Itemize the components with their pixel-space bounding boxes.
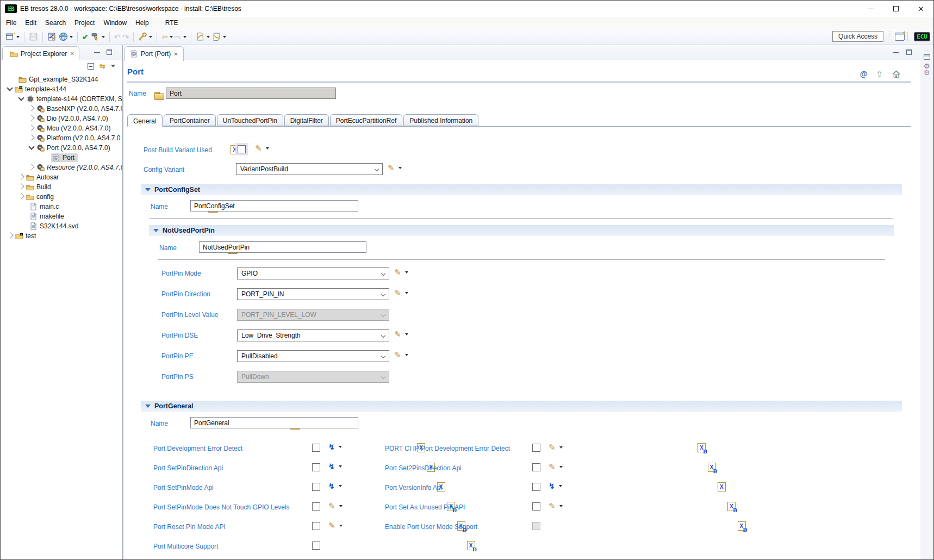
home-icon[interactable] (892, 70, 901, 78)
minimize-button[interactable] (858, 1, 883, 17)
tree-item[interactable]: Port (V2.0.0, AS4.7.0) (29, 143, 110, 153)
tree-item[interactable]: Dio (V2.0.0, AS4.7.0) (29, 114, 108, 123)
undo-icon[interactable]: ↶ (113, 32, 122, 42)
pencil-editor-button[interactable]: ✎ (328, 502, 343, 510)
menu-search[interactable]: Search (41, 17, 70, 28)
option-checkbox[interactable] (312, 444, 320, 452)
tree-item-selected[interactable]: Port (51, 153, 78, 163)
minimize-editor-icon[interactable] (893, 52, 899, 53)
edit-config-icon[interactable] (46, 31, 58, 42)
expander-closed-icon[interactable] (18, 183, 24, 189)
pencil-editor-button[interactable]: ✎ (549, 463, 563, 471)
last-edit-icon[interactable] (195, 31, 211, 42)
attributes-icon[interactable]: @ (860, 70, 868, 78)
tree-item[interactable]: test (8, 231, 36, 241)
new-wizard-icon[interactable] (4, 31, 21, 42)
maximize-view-icon[interactable] (107, 49, 112, 55)
tree-item[interactable]: BaseNXP (V2.0.0, AS4.7.0 (29, 104, 122, 114)
portpin-pe-select[interactable]: PullDisabled (237, 350, 389, 362)
tree-item[interactable]: Platform (V2.0.0, AS4.7.0 (29, 133, 120, 143)
pencil-editor-button[interactable]: ✎ (255, 144, 269, 152)
expander-closed-icon[interactable] (7, 232, 13, 238)
restore-view-icon[interactable] (924, 54, 930, 60)
tree-item[interactable]: main.c (29, 202, 59, 211)
close-view-icon[interactable]: ✕ (70, 51, 74, 57)
section-notusedportpin[interactable]: NotUsedPortPin (149, 225, 894, 236)
tree-item[interactable]: Autosar (19, 172, 59, 182)
option-checkbox[interactable] (312, 522, 320, 530)
menu-edit[interactable]: Edit (21, 17, 41, 28)
build-icon[interactable] (90, 31, 106, 42)
expander-closed-icon[interactable] (28, 164, 34, 170)
up-level-icon[interactable]: ⇧ (876, 69, 883, 79)
menu-project[interactable]: Project (70, 17, 99, 28)
option-checkbox[interactable] (532, 483, 540, 491)
option-checkbox[interactable] (532, 502, 540, 511)
expander-open-icon[interactable] (18, 95, 24, 101)
post-build-variant-checkbox[interactable] (238, 145, 246, 153)
expander-closed-icon[interactable] (28, 105, 34, 111)
close-editor-icon[interactable]: ✕ (173, 51, 178, 57)
pencil-editor-button[interactable]: ✎ (388, 164, 402, 172)
ecu-perspective-button[interactable]: ECU (914, 32, 930, 41)
view-menu-icon[interactable] (111, 65, 115, 67)
maximize-button[interactable] (883, 1, 908, 17)
expander-closed-icon[interactable] (18, 193, 24, 199)
expander-closed-icon[interactable] (28, 134, 34, 140)
pencil-editor-button[interactable]: ✎ (549, 443, 563, 451)
verify-icon[interactable]: ✔ (81, 32, 90, 42)
quick-access-box[interactable]: Quick Access (832, 31, 883, 42)
pencil-editor-button[interactable]: ✎ (328, 521, 343, 530)
tree-item[interactable]: Resource (V2.0.0, AS4.7.0 (29, 163, 122, 172)
code-key-icon[interactable] (137, 31, 153, 42)
forward-icon[interactable]: ⇨ (174, 32, 188, 42)
link-with-editor-icon[interactable]: ⇆ (99, 63, 105, 70)
tab-untouchedportpin[interactable]: UnTouchedPortPin (217, 114, 283, 126)
editor-tab-port[interactable]: Port (Port) ✕ (124, 46, 184, 61)
section-portconfigset[interactable]: PortConfigSet (141, 184, 902, 195)
generate-icon[interactable] (58, 31, 74, 42)
portgeneral-name-field[interactable]: PortGeneral (190, 417, 358, 428)
collapse-all-icon[interactable] (88, 63, 94, 70)
collapse-triangle-icon[interactable] (145, 188, 151, 191)
expander-open-icon[interactable] (28, 144, 34, 150)
close-button[interactable]: ✕ (908, 1, 933, 17)
collapse-triangle-icon[interactable] (153, 229, 159, 232)
formula-editor-button[interactable]: ↯ (328, 443, 342, 451)
expander-closed-icon[interactable] (28, 125, 34, 130)
portpin-dse-select[interactable]: Low_Drive_Strength (237, 329, 389, 341)
tab-portecucpartitionref[interactable]: PortEcucPartitionRef (330, 114, 402, 126)
portconfigset-name-field[interactable]: PortConfigSet (190, 200, 358, 211)
option-checkbox[interactable] (312, 463, 320, 471)
tree-item[interactable]: config (19, 192, 54, 202)
pencil-editor-button[interactable]: ✎ (549, 502, 563, 510)
save-icon[interactable] (28, 31, 39, 42)
tab-digitalfilter[interactable]: DigitalFilter (284, 114, 329, 126)
option-checkbox[interactable] (532, 444, 540, 452)
gears-icon[interactable]: ⚙⚙ (920, 63, 933, 76)
menu-rte[interactable]: RTE (161, 17, 183, 28)
pencil-editor-button[interactable]: ✎ (394, 330, 408, 338)
next-annotation-icon[interactable] (211, 31, 227, 42)
formula-editor-button[interactable]: ↯ (549, 482, 562, 490)
tree-item[interactable]: template-s144 (CORTEXM, S (19, 94, 122, 104)
tree-item[interactable]: Gpt_example_S32K144 (18, 74, 98, 84)
formula-editor-button[interactable]: ↯ (328, 482, 342, 490)
menu-file[interactable]: File (2, 17, 21, 28)
maximize-editor-icon[interactable] (906, 49, 912, 55)
tree-item[interactable]: Mcu (V2.0.0, AS4.7.0) (29, 123, 110, 133)
tree-item[interactable]: template-s144 (8, 84, 66, 94)
menu-help[interactable]: Help (131, 17, 153, 28)
tree-item[interactable]: Build (19, 182, 51, 192)
option-checkbox[interactable] (312, 542, 320, 550)
section-portgeneral[interactable]: PortGeneral (141, 401, 902, 412)
pencil-editor-button[interactable]: ✎ (394, 289, 408, 297)
tab-publishedinformation[interactable]: Published Information (403, 114, 478, 126)
expander-closed-icon[interactable] (28, 115, 34, 121)
tree-item[interactable]: makefile (29, 211, 64, 221)
option-checkbox[interactable] (312, 502, 320, 511)
pencil-editor-button[interactable]: ✎ (394, 351, 408, 359)
tree-item[interactable]: S32K144.svd (29, 221, 78, 231)
tab-project-explorer[interactable]: Project Explorer ✕ (2, 46, 79, 60)
redo-icon[interactable]: ↷ (121, 32, 130, 42)
